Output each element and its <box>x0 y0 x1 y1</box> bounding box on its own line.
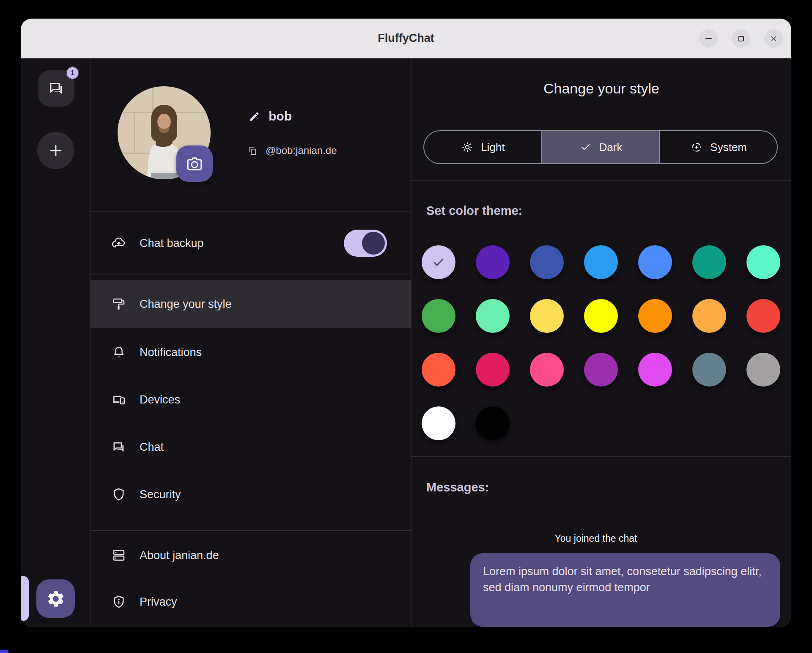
color-swatch-49ae52[interactable] <box>422 299 455 333</box>
swatch-cell <box>736 289 790 343</box>
swatch-cell <box>682 289 736 343</box>
minimize-icon <box>705 38 712 39</box>
paint-roller-icon <box>111 296 127 312</box>
toggle-knob <box>362 232 385 255</box>
color-swatch-ffffff[interactable] <box>422 406 455 440</box>
divider <box>411 180 791 181</box>
settings-column: bob @bob:janian.de <box>91 58 411 627</box>
settings-item-devices[interactable]: Devices <box>91 376 411 423</box>
message-bubble: Lorem ipsum dolor sit amet, consetetur s… <box>470 553 780 627</box>
color-swatch-fd5a3f[interactable] <box>422 353 455 387</box>
camera-icon <box>185 154 204 173</box>
color-swatch-fb9104[interactable] <box>638 299 672 333</box>
color-swatch-0d9d83[interactable] <box>692 245 726 279</box>
color-swatch-f0443c[interactable] <box>746 299 780 333</box>
settings-item-label: Privacy <box>140 595 177 609</box>
settings-item-label: Change your style <box>140 298 232 311</box>
swatch-cell <box>574 289 628 343</box>
copy-icon <box>247 145 258 156</box>
gear-icon <box>46 589 66 609</box>
auto-mode-icon <box>690 140 703 154</box>
swatch-cell <box>520 235 574 289</box>
color-swatch-5b23b4[interactable] <box>476 245 510 279</box>
matrix-id-row[interactable]: @bob:janian.de <box>247 141 337 160</box>
color-swatch-fbfb02[interactable] <box>584 299 618 333</box>
theme-mode-system[interactable]: System <box>659 131 777 163</box>
close-button[interactable] <box>764 29 783 48</box>
panel-title: Change your style <box>411 80 791 97</box>
settings-item-chat[interactable]: Chat <box>91 423 411 471</box>
color-swatch-fede56[interactable] <box>530 299 564 333</box>
color-swatch-020202[interactable] <box>476 406 510 440</box>
color-swatch-a3a1a1[interactable] <box>746 353 780 387</box>
divider <box>91 274 411 274</box>
check-icon <box>579 140 593 154</box>
devices-icon <box>111 392 127 408</box>
color-swatch-fb4d8c[interactable] <box>530 353 564 387</box>
color-swatch-9c2fae[interactable] <box>584 353 618 387</box>
divider <box>411 456 791 457</box>
color-swatch-4b8af8[interactable] <box>638 245 672 279</box>
unread-badge: 1 <box>66 66 79 80</box>
settings-item-security[interactable]: Security <box>91 471 411 518</box>
display-name-row[interactable]: bob <box>249 105 292 128</box>
swatch-cell <box>411 343 466 396</box>
theme-mode-light[interactable]: Light <box>424 131 541 163</box>
theme-mode-switcher: Light Dark System <box>423 130 778 164</box>
screen: FluffyChat 1 <box>0 0 812 653</box>
swatch-cell <box>736 235 790 289</box>
set-color-theme-label: Set color theme: <box>426 204 522 218</box>
cloud-upload-icon <box>111 235 127 251</box>
swatch-cell <box>574 343 628 396</box>
color-swatch-64808d[interactable] <box>692 353 726 387</box>
color-swatch-e01e5f[interactable] <box>476 353 510 387</box>
chat-bubbles-icon <box>47 80 65 97</box>
swatch-cell <box>466 235 520 289</box>
swatch-cell <box>466 396 520 450</box>
chat-backup-toggle[interactable] <box>344 230 387 257</box>
divider <box>91 530 411 531</box>
new-chat-button[interactable] <box>37 132 74 169</box>
dock-fragment <box>0 650 8 653</box>
settings-item-about-janian-de[interactable]: About janian.de <box>91 532 411 579</box>
active-route-indicator <box>21 576 29 621</box>
color-swatch-fcab45[interactable] <box>692 299 726 333</box>
divider <box>91 211 411 212</box>
color-swatch-3d56ad[interactable] <box>530 245 564 279</box>
color-swatch-e14bf2[interactable] <box>638 353 672 387</box>
theme-mode-dark[interactable]: Dark <box>541 131 659 163</box>
swatch-cell <box>411 235 466 289</box>
settings-button[interactable] <box>36 579 75 618</box>
chat-backup-label: Chat backup <box>140 237 204 250</box>
theme-mode-label: Dark <box>599 141 623 154</box>
settings-item-label: About janian.de <box>140 549 219 562</box>
swatch-cell <box>682 343 736 396</box>
server-icon <box>111 547 127 563</box>
color-swatch-5cf6cb[interactable] <box>746 245 780 279</box>
chat-bubbles-icon <box>111 439 127 455</box>
change-avatar-button[interactable] <box>176 145 213 182</box>
color-swatch-6aefae[interactable] <box>476 299 510 333</box>
color-swatch-2b9cf2[interactable] <box>584 245 618 279</box>
color-swatch-cfc3f1[interactable] <box>422 245 455 279</box>
theme-mode-label: System <box>710 141 747 154</box>
swatch-cell <box>628 235 682 289</box>
edit-icon <box>249 111 260 122</box>
window-controls <box>699 19 783 58</box>
settings-item-change-your-style[interactable]: Change your style <box>91 280 411 328</box>
swatch-cell <box>466 289 520 343</box>
settings-item-privacy[interactable]: Privacy <box>91 578 411 626</box>
theme-mode-label: Light <box>481 141 505 154</box>
swatch-cell <box>411 396 466 450</box>
swatch-cell <box>736 343 790 396</box>
system-message: You joined the chat <box>411 533 780 544</box>
window-title: FluffyChat <box>378 32 434 45</box>
maximize-icon <box>738 36 744 41</box>
sun-icon <box>461 140 474 154</box>
color-theme-grid <box>411 235 790 450</box>
maximize-button[interactable] <box>732 29 750 48</box>
minimize-button[interactable] <box>699 29 718 48</box>
close-icon <box>770 35 778 43</box>
swatch-cell <box>574 235 628 289</box>
settings-item-notifications[interactable]: Notifications <box>91 329 411 376</box>
